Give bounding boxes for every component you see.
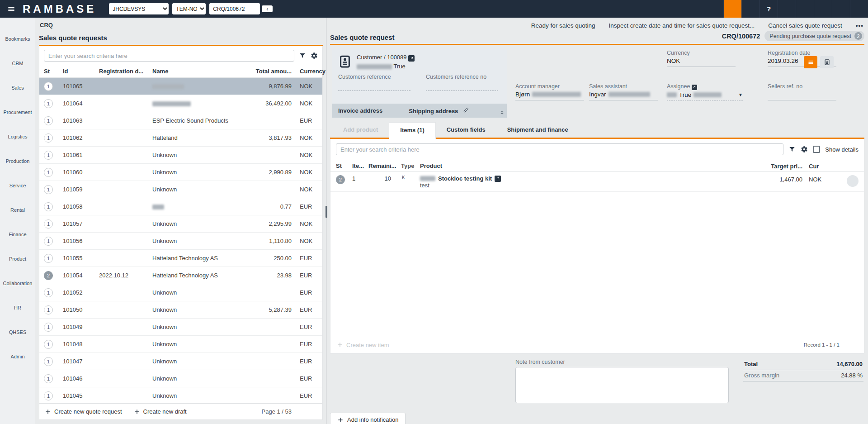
dropdown-caret-icon[interactable]: ▼	[738, 92, 743, 97]
quote-request-row[interactable]: 1 101052 Unknown EUR	[39, 284, 322, 301]
quote-request-row[interactable]: 2 101054 2022.10.12 Hatteland Technology…	[39, 267, 322, 284]
product-name[interactable]: Stockloc testing kit	[438, 175, 492, 182]
settings-gear-icon[interactable]	[311, 52, 318, 59]
col-product[interactable]: Product	[420, 162, 761, 169]
account-manager-value[interactable]: Bjørn	[515, 90, 584, 100]
create-new-draft-button[interactable]: Create new draft	[134, 408, 187, 415]
sellers-ref-value[interactable]	[768, 90, 836, 100]
quote-request-row[interactable]: 1 101064 36,492.00 NOK	[39, 95, 322, 112]
open-item-button[interactable]	[847, 175, 859, 187]
col-type[interactable]: Type	[395, 162, 420, 169]
shipping-address-label[interactable]: Shipping address	[409, 107, 469, 114]
filter-icon[interactable]	[299, 52, 306, 59]
col-st[interactable]: St	[44, 68, 63, 75]
col-currency[interactable]: Cur	[802, 162, 826, 170]
create-new-quote-request-button[interactable]: Create new quote request	[45, 408, 122, 415]
invoice-address-label[interactable]: Invoice address	[338, 107, 382, 114]
system-select[interactable]: JHCDEVSYS	[109, 3, 169, 14]
action-inspect-create-date-and-time-f[interactable]: Inspect create date and time for sales q…	[609, 22, 755, 29]
panel-splitter[interactable]	[326, 18, 327, 424]
sidebar-item-admin[interactable]: Admin	[0, 339, 35, 363]
action-cancel-sales-quote-request[interactable]: Cancel sales quote request	[768, 22, 842, 29]
col-registration-date[interactable]: Registration d...	[99, 68, 152, 75]
sidebar-item-logistics[interactable]: Logistics	[0, 119, 35, 143]
quote-request-row[interactable]: 1 101047 Unknown EUR	[39, 353, 322, 370]
alerts-button[interactable]	[723, 0, 741, 18]
user-profile-button[interactable]	[850, 0, 868, 18]
approvals-button[interactable]	[741, 0, 760, 18]
help-button[interactable]: ?	[760, 0, 778, 18]
quote-request-row[interactable]: 1 101063 ESP Electric Sound Products EUR	[39, 112, 322, 129]
attachments-button[interactable]	[796, 0, 814, 18]
currency-value[interactable]: NOK	[667, 56, 736, 67]
quote-request-row[interactable]: 1 101062 Hatteland 3,817.93 NOK	[39, 129, 322, 147]
sidebar-item-bookmarks[interactable]: Bookmarks	[0, 21, 35, 46]
splitter-handle[interactable]	[326, 206, 327, 218]
note-from-customer-textarea[interactable]	[515, 367, 729, 403]
sidebar-item-product[interactable]: Product	[0, 241, 35, 266]
quote-request-row[interactable]: 1 101059 Unknown NOK	[39, 181, 322, 198]
col-target-price[interactable]: Target pri...	[761, 162, 802, 170]
add-info-notification-button[interactable]: Add info notification	[330, 413, 406, 424]
external-link-icon[interactable]	[692, 85, 697, 90]
action-ready-for-sales-quoting[interactable]: Ready for sales quoting	[531, 22, 595, 29]
quote-request-row[interactable]: 1 101050 Unknown 5,287.39 EUR	[39, 301, 322, 319]
tab-add-product[interactable]: Add product	[332, 122, 389, 138]
col-item[interactable]: Ite...	[352, 162, 368, 169]
quote-request-row[interactable]: 1 101057 Unknown 2,295.99 NOK	[39, 215, 322, 233]
sidebar-item-procurement[interactable]: Procurement	[0, 95, 35, 119]
quote-request-row[interactable]: 1 101055 Hatteland Technology AS 250.00 …	[39, 250, 322, 267]
module-select[interactable]: TEM-NO	[172, 3, 206, 14]
favorites-button[interactable]	[778, 0, 796, 18]
sidebar-item-hr[interactable]: HR	[0, 290, 35, 314]
edit-pencil-icon[interactable]	[463, 107, 469, 113]
status-badge[interactable]: Pending purchase quote request 2	[764, 31, 864, 41]
quote-request-row[interactable]: 1 101061 Unknown NOK	[39, 147, 322, 164]
sidebar-item-service[interactable]: Service	[0, 168, 35, 192]
quote-request-row[interactable]: 1 101048 Unknown EUR	[39, 336, 322, 353]
col-remaining[interactable]: Remaini...	[368, 162, 395, 169]
hamburger-menu-icon[interactable]	[0, 0, 23, 18]
tab-shipment-and-finance[interactable]: Shipment and finance	[496, 122, 579, 138]
tasks-button[interactable]	[814, 0, 832, 18]
expand-addresses-icon[interactable]	[499, 110, 505, 116]
create-new-item-button[interactable]: Create new item	[337, 342, 389, 348]
sidebar-item-crm[interactable]: CRM	[0, 46, 35, 70]
col-id[interactable]: Id	[63, 68, 99, 75]
quote-request-row[interactable]: 1 101045 Unknown EUR	[39, 387, 322, 403]
external-link-icon[interactable]	[495, 176, 501, 182]
back-button[interactable]: ‹	[262, 5, 273, 12]
quote-request-row[interactable]: 1 101065 9,876.99 NOK	[39, 78, 322, 95]
item-row[interactable]: 2 1 10 K Stockloc testing kit test 1,467…	[330, 172, 864, 192]
customers-reference-no-value[interactable]	[426, 80, 498, 91]
more-actions-button[interactable]: •••	[856, 22, 863, 29]
sidebar-item-sales[interactable]: $ Sales	[0, 70, 35, 95]
assignee-value[interactable]: True ▼	[667, 90, 743, 101]
global-search-input[interactable]	[209, 3, 260, 14]
col-total-amount[interactable]: Total amou...	[246, 68, 292, 75]
customers-reference-value[interactable]	[338, 80, 410, 91]
sidebar-item-finance[interactable]: Finance	[0, 217, 35, 241]
tab-custom-fields[interactable]: Custom fields	[436, 122, 496, 138]
quote-request-row[interactable]: 1 101060 Unknown 2,990.89 NOK	[39, 164, 322, 181]
card-view-toggle[interactable]	[820, 56, 834, 68]
quote-request-row[interactable]: 1 101049 Unknown EUR	[39, 319, 322, 336]
customer-link[interactable]: Customer / 100089	[357, 54, 415, 62]
list-search-input[interactable]	[44, 50, 294, 62]
external-link-icon[interactable]	[408, 55, 415, 62]
settings-gear-icon[interactable]	[801, 146, 808, 153]
col-st[interactable]: St	[336, 162, 352, 169]
sidebar-item-qhses[interactable]: QHSES	[0, 314, 35, 339]
sidebar-item-rental[interactable]: $ Rental	[0, 192, 35, 217]
quote-request-row[interactable]: 1 101058 0.77 EUR	[39, 198, 322, 215]
sidebar-item-production[interactable]: Production	[0, 143, 35, 168]
show-details-checkbox[interactable]	[813, 146, 820, 153]
list-view-toggle[interactable]	[804, 56, 817, 68]
sidebar-item-collaboration[interactable]: Collaboration	[0, 266, 35, 290]
messages-button[interactable]	[832, 0, 850, 18]
items-search-input[interactable]	[336, 143, 783, 155]
col-name[interactable]: Name	[152, 68, 246, 75]
col-currency[interactable]: Currency	[292, 68, 318, 75]
quote-request-row[interactable]: 1 101056 Unknown 1,110.80 NOK	[39, 233, 322, 250]
sales-assistant-value[interactable]: Ingvar	[589, 90, 658, 100]
